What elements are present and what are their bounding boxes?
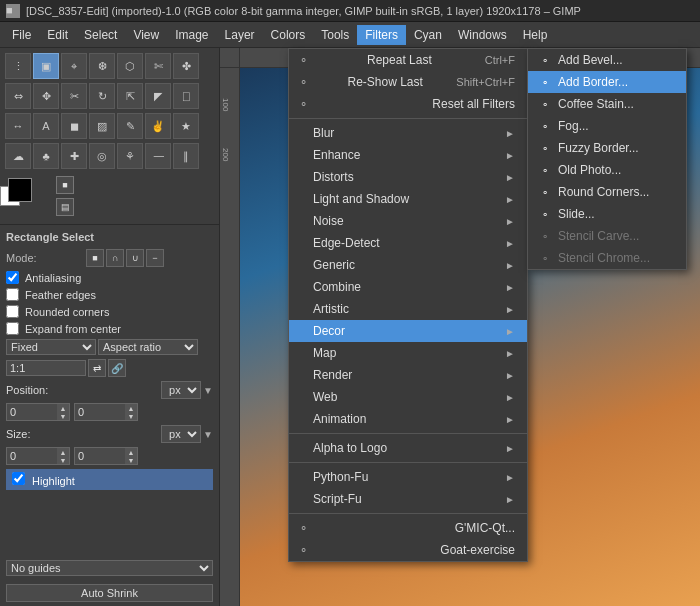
filter-blur[interactable]: Blur ► (289, 122, 527, 144)
antialiasing-checkbox[interactable] (6, 271, 19, 284)
pos-y-input[interactable] (75, 405, 125, 419)
menu-windows[interactable]: Windows (450, 25, 515, 45)
decor-fuzzy-border[interactable]: ⚬ Fuzzy Border... (528, 137, 686, 159)
filter-noise[interactable]: Noise ► (289, 210, 527, 232)
filter-python-fu[interactable]: Python-Fu ► (289, 466, 527, 488)
tool-foreground-select[interactable]: ✤ (173, 53, 199, 79)
filter-artistic[interactable]: Artistic ► (289, 298, 527, 320)
ratio-link-btn[interactable]: 🔗 (108, 359, 126, 377)
filter-render[interactable]: Render ► (289, 364, 527, 386)
tool-measure[interactable]: ∥ (173, 143, 199, 169)
tool-shear[interactable]: ◤ (145, 83, 171, 109)
expand-checkbox[interactable] (6, 322, 19, 335)
size-w-up[interactable]: ▲ (57, 448, 69, 456)
pos-x-down[interactable]: ▼ (57, 412, 69, 420)
position-unit-select[interactable]: px (161, 381, 201, 399)
menu-help[interactable]: Help (515, 25, 556, 45)
highlight-checkbox[interactable] (12, 472, 25, 485)
size-h-down[interactable]: ▼ (125, 456, 137, 464)
tool-rotate[interactable]: ↻ (89, 83, 115, 109)
tool-smudge[interactable]: ⚘ (117, 143, 143, 169)
tool-heal[interactable]: ✚ (61, 143, 87, 169)
ratio-swap-btn[interactable]: ⇄ (88, 359, 106, 377)
tool-perspective[interactable]: ⎕ (173, 83, 199, 109)
menu-select[interactable]: Select (76, 25, 125, 45)
tool-select-by-color[interactable]: ⬡ (117, 53, 143, 79)
tool-pencil[interactable]: ✎ (117, 113, 143, 139)
filter-alpha-to-logo[interactable]: Alpha to Logo ► (289, 437, 527, 459)
filter-script-fu[interactable]: Script-Fu ► (289, 488, 527, 510)
decor-add-border[interactable]: ⚬ Add Border... (528, 71, 686, 93)
decor-slide[interactable]: ⚬ Slide... (528, 203, 686, 225)
aspect-ratio-select[interactable]: Aspect ratio (98, 339, 198, 355)
menu-tools[interactable]: Tools (313, 25, 357, 45)
filter-goat[interactable]: ⚬ Goat-exercise (289, 539, 527, 561)
tool-blend[interactable]: ▨ (89, 113, 115, 139)
filter-repeat-last[interactable]: ⚬ Repeat Last Ctrl+F (289, 49, 527, 71)
ratio-input[interactable] (6, 360, 86, 376)
mode-btn-2[interactable]: ∩ (106, 249, 124, 267)
tool-free-select[interactable]: ⋮ (5, 53, 31, 79)
filter-edge-detect[interactable]: Edge-Detect ► (289, 232, 527, 254)
feather-checkbox[interactable] (6, 288, 19, 301)
tool-airbrush[interactable]: ☁ (5, 143, 31, 169)
filter-animation[interactable]: Animation ► (289, 408, 527, 430)
menu-view[interactable]: View (125, 25, 167, 45)
filter-reset-all[interactable]: ⚬ Reset all Filters (289, 93, 527, 115)
size-dropdown-icon[interactable]: ▼ (203, 429, 213, 440)
foreground-color[interactable] (8, 178, 32, 202)
size-h-input[interactable] (75, 449, 125, 463)
menu-cyan[interactable]: Cyan (406, 25, 450, 45)
tool-paintbrush[interactable]: ✌ (145, 113, 171, 139)
pos-y-up[interactable]: ▲ (125, 404, 137, 412)
tool-dodge-burn[interactable]: ◎ (89, 143, 115, 169)
size-w-input[interactable] (7, 449, 57, 463)
filter-decor[interactable]: Decor ► (289, 320, 527, 342)
tool-text[interactable]: A (33, 113, 59, 139)
tool-align[interactable]: ⇔ (5, 83, 31, 109)
mode-btn-1[interactable]: ■ (86, 249, 104, 267)
guides-select[interactable]: No guides (6, 560, 213, 576)
tool-bucket-fill[interactable]: ◼ (61, 113, 87, 139)
menu-filters[interactable]: Filters (357, 25, 406, 45)
active-pattern[interactable]: ▤ (56, 198, 74, 216)
decor-round-corners[interactable]: ⚬ Round Corners... (528, 181, 686, 203)
size-unit-select[interactable]: px (161, 425, 201, 443)
filter-generic[interactable]: Generic ► (289, 254, 527, 276)
filter-enhance[interactable]: Enhance ► (289, 144, 527, 166)
tool-lasso[interactable]: ⌖ (61, 53, 87, 79)
tool-move[interactable]: ✥ (33, 83, 59, 109)
decor-old-photo[interactable]: ⚬ Old Photo... (528, 159, 686, 181)
filter-combine[interactable]: Combine ► (289, 276, 527, 298)
auto-shrink-button[interactable]: Auto Shrink (6, 584, 213, 602)
menu-colors[interactable]: Colors (263, 25, 314, 45)
filter-light-shadow[interactable]: Light and Shadow ► (289, 188, 527, 210)
tool-scale[interactable]: ⇱ (117, 83, 143, 109)
tool-fuzzy-select[interactable]: ❆ (89, 53, 115, 79)
tool-crop[interactable]: ✂ (61, 83, 87, 109)
mode-btn-4[interactable]: − (146, 249, 164, 267)
decor-fog[interactable]: ⚬ Fog... (528, 115, 686, 137)
mode-btn-3[interactable]: ∪ (126, 249, 144, 267)
tool-flip[interactable]: ↔ (5, 113, 31, 139)
pos-y-down[interactable]: ▼ (125, 412, 137, 420)
pos-x-input[interactable] (7, 405, 57, 419)
menu-layer[interactable]: Layer (217, 25, 263, 45)
filter-map[interactable]: Map ► (289, 342, 527, 364)
decor-add-bevel[interactable]: ⚬ Add Bevel... (528, 49, 686, 71)
fixed-select[interactable]: Fixed (6, 339, 96, 355)
tool-convolve[interactable]: ⸻ (145, 143, 171, 169)
rounded-checkbox[interactable] (6, 305, 19, 318)
filter-web[interactable]: Web ► (289, 386, 527, 408)
tool-scissors[interactable]: ✄ (145, 53, 171, 79)
filter-reshow-last[interactable]: ⚬ Re-Show Last Shift+Ctrl+F (289, 71, 527, 93)
pos-x-up[interactable]: ▲ (57, 404, 69, 412)
active-brush[interactable]: ■ (56, 176, 74, 194)
tool-clone[interactable]: ♣ (33, 143, 59, 169)
filter-distorts[interactable]: Distorts ► (289, 166, 527, 188)
size-w-down[interactable]: ▼ (57, 456, 69, 464)
tool-eraser[interactable]: ★ (173, 113, 199, 139)
menu-edit[interactable]: Edit (39, 25, 76, 45)
menu-image[interactable]: Image (167, 25, 216, 45)
filter-gmic[interactable]: ⚬ G'MIC-Qt... (289, 517, 527, 539)
